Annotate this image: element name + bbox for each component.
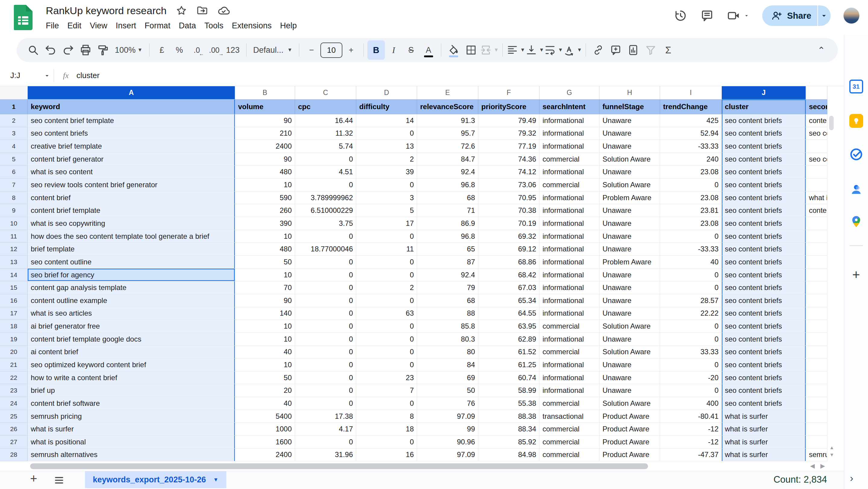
- cell-A23[interactable]: brief up: [28, 384, 235, 397]
- cell-G23[interactable]: informational: [539, 384, 599, 397]
- star-icon[interactable]: [176, 5, 187, 16]
- cell-C12[interactable]: 18.77000046: [295, 243, 356, 256]
- cell-E12[interactable]: 65: [417, 243, 478, 256]
- text-wrap-button[interactable]: ▼: [544, 40, 563, 60]
- cell-D20[interactable]: 0: [356, 346, 417, 359]
- cell-I3[interactable]: 52.94: [660, 127, 722, 140]
- cell-K26[interactable]: [806, 423, 827, 436]
- cell-D25[interactable]: 8: [356, 410, 417, 423]
- row-header-25[interactable]: 25: [0, 410, 28, 423]
- cell-J1[interactable]: cluster: [722, 99, 806, 114]
- cell-G24[interactable]: commercial: [539, 397, 599, 410]
- cell-G17[interactable]: informational: [539, 307, 599, 320]
- cell-E13[interactable]: 87: [417, 256, 478, 269]
- menu-view[interactable]: View: [86, 19, 112, 32]
- cell-K3[interactable]: seo co: [806, 127, 827, 140]
- cell-D14[interactable]: 0: [356, 269, 417, 282]
- comments-icon[interactable]: [700, 9, 714, 23]
- tasks-icon[interactable]: [849, 147, 864, 161]
- cell-J23[interactable]: seo content briefs: [722, 384, 806, 397]
- cell-G6[interactable]: informational: [539, 166, 599, 179]
- cell-C3[interactable]: 11.32: [295, 127, 356, 140]
- cell-F28[interactable]: 84.98: [478, 449, 539, 462]
- cell-C26[interactable]: 4.17: [295, 423, 356, 436]
- cell-I14[interactable]: 0: [660, 269, 722, 282]
- add-sheet-button[interactable]: +: [30, 472, 37, 485]
- cell-B28[interactable]: 2400: [235, 449, 295, 462]
- cell-D21[interactable]: 0: [356, 359, 417, 371]
- column-header-B[interactable]: B: [235, 86, 295, 99]
- cell-E3[interactable]: 95.7: [417, 127, 478, 140]
- cell-H7[interactable]: Solution Aware: [599, 179, 660, 191]
- menu-tools[interactable]: Tools: [200, 19, 227, 32]
- cell-H17[interactable]: Unaware: [599, 307, 660, 320]
- row-header-7[interactable]: 7: [0, 179, 28, 191]
- scroll-right-icon[interactable]: ▶: [820, 462, 825, 469]
- cell-J6[interactable]: seo content briefs: [722, 166, 806, 179]
- row-header-24[interactable]: 24: [0, 397, 28, 410]
- cell-G28[interactable]: commercial: [539, 449, 599, 462]
- scroll-left-icon[interactable]: ◀: [810, 462, 815, 469]
- row-header-21[interactable]: 21: [0, 359, 28, 371]
- cell-K24[interactable]: [806, 397, 827, 410]
- cell-C2[interactable]: 16.44: [295, 114, 356, 127]
- cell-I15[interactable]: 0: [660, 281, 722, 294]
- share-dropdown-icon[interactable]: [820, 11, 828, 20]
- cell-B13[interactable]: 50: [235, 256, 295, 269]
- cell-D10[interactable]: 17: [356, 217, 417, 230]
- cell-J25[interactable]: what is surfer: [722, 410, 806, 423]
- cell-H15[interactable]: Unaware: [599, 281, 660, 294]
- cell-G12[interactable]: informational: [539, 243, 599, 256]
- version-history-icon[interactable]: [674, 9, 687, 23]
- cell-A27[interactable]: what is positional: [28, 436, 235, 449]
- menu-data[interactable]: Data: [175, 19, 200, 32]
- cell-J12[interactable]: seo content briefs: [722, 243, 806, 256]
- cell-D8[interactable]: 3: [356, 191, 417, 205]
- cell-C13[interactable]: 0: [295, 256, 356, 269]
- cell-B11[interactable]: 10: [235, 230, 295, 243]
- cell-D28[interactable]: 16: [356, 449, 417, 462]
- cell-H1[interactable]: funnelStage: [599, 99, 660, 114]
- maps-icon[interactable]: [849, 215, 863, 228]
- menu-file[interactable]: File: [41, 19, 63, 32]
- row-header-20[interactable]: 20: [0, 346, 28, 359]
- cell-K12[interactable]: [806, 243, 827, 256]
- font-select[interactable]: Defaul...▼: [250, 40, 296, 60]
- cell-I2[interactable]: 425: [660, 114, 722, 127]
- cell-H2[interactable]: Unaware: [599, 114, 660, 127]
- cell-E7[interactable]: 96.8: [417, 179, 478, 191]
- cell-A1[interactable]: keyword: [28, 99, 235, 114]
- cell-K10[interactable]: [806, 217, 827, 230]
- strikethrough-button[interactable]: S: [402, 40, 420, 60]
- cell-I16[interactable]: 28.57: [660, 294, 722, 307]
- cell-B18[interactable]: 10: [235, 320, 295, 333]
- cell-A9[interactable]: content brief template: [28, 204, 235, 217]
- cell-J17[interactable]: seo content briefs: [722, 307, 806, 320]
- meet-video-icon[interactable]: [727, 9, 749, 23]
- cell-B21[interactable]: 10: [235, 359, 295, 371]
- cell-K28[interactable]: semru: [806, 449, 827, 462]
- cell-B15[interactable]: 70: [235, 281, 295, 294]
- cell-J18[interactable]: seo content briefs: [722, 320, 806, 333]
- cell-D18[interactable]: 0: [356, 320, 417, 333]
- cell-G9[interactable]: informational: [539, 204, 599, 217]
- cell-E18[interactable]: 85.8: [417, 320, 478, 333]
- cell-B8[interactable]: 590: [235, 191, 295, 205]
- cell-E24[interactable]: 76: [417, 397, 478, 410]
- cell-I27[interactable]: -12: [660, 436, 722, 449]
- row-header-2[interactable]: 2: [0, 114, 28, 127]
- cell-H5[interactable]: Solution Aware: [599, 153, 660, 166]
- cell-A24[interactable]: content brief software: [28, 397, 235, 410]
- cell-I11[interactable]: 0: [660, 230, 722, 243]
- cell-A12[interactable]: brief template: [28, 243, 235, 256]
- cell-A4[interactable]: creative brief template: [28, 140, 235, 153]
- vertical-align-button[interactable]: ▼: [525, 40, 544, 60]
- cell-K5[interactable]: seo co: [806, 153, 827, 166]
- row-header-12[interactable]: 12: [0, 243, 28, 256]
- cell-I26[interactable]: -12: [660, 423, 722, 436]
- cell-K22[interactable]: [806, 371, 827, 385]
- cell-F8[interactable]: 70.95: [478, 191, 539, 205]
- cell-F10[interactable]: 70.19: [478, 217, 539, 230]
- cell-A7[interactable]: seo review tools content brief generator: [28, 179, 235, 191]
- cell-D4[interactable]: 13: [356, 140, 417, 153]
